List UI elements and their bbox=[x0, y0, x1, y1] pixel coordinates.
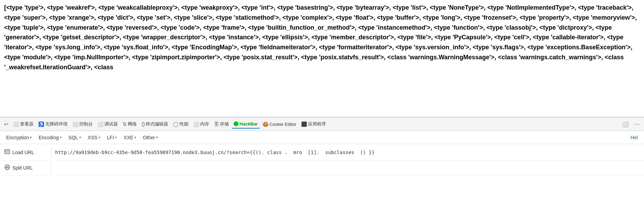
encryption-arrow-icon: ▾ bbox=[30, 135, 32, 139]
devtools-more-button[interactable]: ⋯ bbox=[632, 120, 642, 128]
help-link[interactable]: Hel bbox=[627, 133, 641, 142]
network-icon: ⇅ bbox=[123, 121, 127, 127]
encoding-label: Encoding bbox=[39, 135, 59, 140]
menu-item-sql[interactable]: SQL ▾ bbox=[65, 133, 84, 142]
main-content-text: [<type 'type'>, <type 'weakref'>, <type … bbox=[4, 4, 637, 71]
debugger-icon: ⬜ bbox=[98, 121, 103, 127]
devtools-cookie-editor-tool[interactable]: 🍪 Cookie Editor bbox=[260, 120, 298, 128]
split-url-button[interactable]: Split URL bbox=[0, 162, 51, 174]
accessibility-label: 无障碍环境 bbox=[45, 121, 68, 127]
encoding-arrow-icon: ▾ bbox=[60, 135, 62, 139]
performance-icon: ◯ bbox=[173, 121, 178, 127]
storage-icon: 🗄 bbox=[214, 121, 219, 127]
console-label: 控制台 bbox=[79, 121, 93, 127]
devtools-end-controls: ⬜ ⋯ bbox=[620, 120, 642, 128]
memory-icon: ⬜ bbox=[193, 121, 199, 127]
network-label: 网络 bbox=[128, 121, 137, 127]
sql-arrow-icon: ▾ bbox=[79, 135, 81, 139]
performance-label: 性能 bbox=[180, 121, 188, 127]
url-input[interactable] bbox=[55, 150, 640, 155]
other-arrow-icon: ▾ bbox=[156, 135, 158, 139]
storage-label: 存储 bbox=[220, 121, 229, 127]
viewer-icon: ⬜ bbox=[13, 121, 19, 127]
devtools-network-tool[interactable]: ⇅ 网络 bbox=[121, 120, 139, 129]
devtools-storage-tool[interactable]: 🗄 存储 bbox=[212, 120, 231, 129]
svg-rect-0 bbox=[5, 150, 10, 154]
viewer-label: 查看器 bbox=[20, 121, 33, 127]
devtools-style-editor-tool[interactable]: {} 样式编辑器 bbox=[140, 120, 170, 129]
xss-arrow-icon: ▾ bbox=[99, 135, 100, 139]
svg-point-1 bbox=[6, 150, 7, 151]
url-input-container bbox=[51, 150, 644, 155]
memory-label: 内存 bbox=[200, 121, 209, 127]
devtools-memory-tool[interactable]: ⬜ 内存 bbox=[191, 120, 211, 129]
accessibility-icon: ♿ bbox=[38, 121, 44, 127]
xss-label: XSS bbox=[88, 135, 98, 140]
devtools-viewer-tool[interactable]: ⬜ 查看器 bbox=[11, 120, 35, 129]
menu-item-xxe[interactable]: XXE ▾ bbox=[120, 133, 140, 142]
lfi-label: LFI bbox=[107, 135, 114, 140]
xxe-label: XXE bbox=[124, 135, 133, 140]
menu-item-encoding[interactable]: Encoding ▾ bbox=[35, 133, 65, 142]
devtools-undock-button[interactable]: ⬜ bbox=[620, 120, 631, 128]
menu-item-other[interactable]: Other ▾ bbox=[140, 133, 161, 142]
hackbar-menu-bar: Encryption ▾ Encoding ▾ SQL ▾ XSS ▾ LFI … bbox=[0, 131, 644, 144]
inspect-icon: ↩ bbox=[4, 121, 8, 127]
menu-item-xss[interactable]: XSS ▾ bbox=[84, 133, 104, 142]
devtools-inspect-tool[interactable]: ↩ bbox=[2, 120, 10, 128]
devtools-apps-tool[interactable]: ⬛ 应用程序 bbox=[299, 120, 328, 129]
load-url-icon bbox=[4, 149, 10, 156]
split-url-icon bbox=[4, 164, 10, 172]
cookie-editor-icon: 🍪 bbox=[263, 121, 268, 127]
debugger-label: 调试器 bbox=[104, 121, 118, 127]
devtools-toolbar: ↩ ⬜ 查看器 ♿ 无障碍环境 ⬜ 控制台 ⬜ 调试器 ⇅ 网络 {} 样式编辑… bbox=[0, 117, 644, 131]
load-url-label: Load URL bbox=[12, 150, 34, 155]
devtools-debugger-tool[interactable]: ⬜ 调试器 bbox=[95, 120, 120, 129]
other-label: Other bbox=[143, 135, 155, 140]
hackbar-actions: Load URL Split URL bbox=[0, 144, 644, 175]
console-icon: ⬜ bbox=[72, 121, 78, 127]
menu-item-encryption[interactable]: Encryption ▾ bbox=[3, 133, 35, 142]
hackbar-label: HackBar bbox=[239, 121, 258, 127]
sql-label: SQL bbox=[69, 135, 78, 140]
encryption-label: Encryption bbox=[6, 135, 29, 140]
xxe-arrow-icon: ▾ bbox=[134, 135, 136, 139]
load-url-row: Load URL bbox=[0, 144, 644, 161]
style-editor-label: 样式编辑器 bbox=[146, 121, 168, 127]
style-editor-icon: {} bbox=[142, 121, 145, 127]
apps-label: 应用程序 bbox=[308, 121, 326, 127]
split-url-row: Split URL bbox=[0, 161, 644, 175]
devtools-hackbar-tool[interactable]: HackBar bbox=[232, 120, 260, 129]
cookie-editor-label: Cookie Editor bbox=[269, 122, 296, 127]
lfi-arrow-icon: ▾ bbox=[115, 135, 117, 139]
main-content-area: [<type 'type'>, <type 'weakref'>, <type … bbox=[0, 0, 644, 117]
hackbar-dot-icon bbox=[234, 121, 238, 126]
menu-item-lfi[interactable]: LFI ▾ bbox=[104, 133, 120, 142]
devtools-performance-tool[interactable]: ◯ 性能 bbox=[171, 120, 191, 129]
devtools-accessibility-tool[interactable]: ♿ 无障碍环境 bbox=[36, 120, 70, 129]
split-url-label: Split URL bbox=[12, 165, 33, 171]
devtools-console-tool[interactable]: ⬜ 控制台 bbox=[70, 120, 95, 129]
load-url-button[interactable]: Load URL bbox=[0, 147, 51, 158]
apps-icon: ⬛ bbox=[301, 121, 307, 127]
